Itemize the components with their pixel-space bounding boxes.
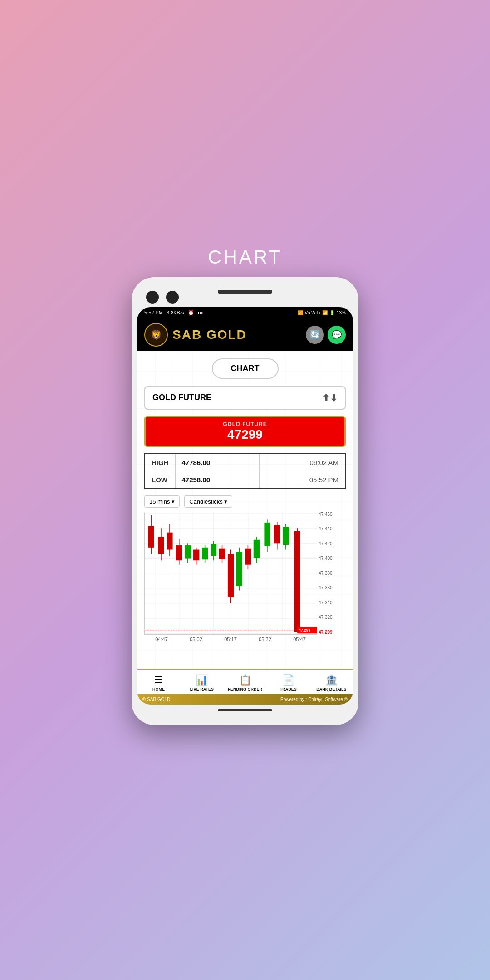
wifi-bars: 📶 (322, 310, 328, 315)
svg-rect-34 (236, 552, 242, 586)
y-label-2: 47,440 (318, 527, 346, 531)
nav-label-trades: TRADES (280, 687, 297, 691)
instrument-dropdown[interactable]: GOLD FUTURE ⬆⬇ (144, 386, 346, 410)
home-indicator (218, 709, 272, 711)
nav-item-home[interactable]: ☰ HOME (137, 674, 180, 691)
svg-rect-24 (193, 549, 199, 560)
svg-rect-46 (294, 531, 300, 632)
low-value: 47258.00 (175, 471, 259, 489)
bottom-nav: ☰ HOME 📊 LIVE RATES 📋 PENDING ORDER 📄 TR… (137, 669, 353, 694)
svg-rect-22 (185, 545, 191, 558)
alarm-icon: ⏰ (188, 310, 194, 316)
chart-controls: 15 mins ▾ Candlesticks ▾ (144, 495, 346, 508)
home-icon: ☰ (154, 674, 163, 686)
nav-item-trades[interactable]: 📄 TRADES (267, 674, 310, 691)
page-title: CHART (208, 246, 282, 268)
dropdown-label: GOLD FUTURE (152, 393, 211, 402)
timeframe-selector[interactable]: 15 mins ▾ (144, 495, 180, 508)
low-row: LOW 47258.00 05:52 PM (145, 471, 345, 489)
low-time: 05:52 PM (259, 471, 345, 489)
status-time: 5:52 PM (144, 310, 163, 315)
footer-right: Powered by : Chirayu Software ® (280, 697, 348, 702)
price-banner: GOLD FUTURE 47299 (144, 416, 346, 447)
x-label-1: 04:47 (155, 637, 168, 642)
status-right: 📶 Vo WiFi 📶 🔋 13% (298, 310, 346, 315)
svg-rect-20 (176, 545, 182, 560)
svg-rect-36 (245, 548, 251, 564)
svg-rect-38 (254, 539, 260, 558)
phone-cameras (137, 286, 353, 307)
chart-svg: 47,299 (145, 512, 317, 634)
y-label-5: 47,380 (318, 571, 346, 576)
svg-text:47,299: 47,299 (299, 627, 310, 632)
bank-details-icon: 🏦 (325, 674, 338, 686)
nav-label-live-rates: LIVE RATES (190, 687, 214, 691)
app-logo-area: 🦁 SAB GOLD (144, 323, 247, 347)
camera-right (166, 291, 179, 304)
nav-item-bank-details[interactable]: 🏦 BANK DETAILS (310, 674, 353, 691)
y-axis: 47,460 47,440 47,420 47,400 47,380 47,36… (317, 512, 346, 635)
svg-rect-44 (283, 527, 289, 545)
high-label: HIGH (145, 454, 175, 471)
phone-screen: 5:52 PM 3.8KB/s ⏰ ••• 📶 Vo WiFi 📶 🔋 13% (137, 307, 353, 705)
app-header: 🦁 SAB GOLD 🔄 💬 (137, 318, 353, 351)
pending-order-icon: 📋 (239, 674, 251, 686)
app-name: SAB GOLD (172, 328, 247, 342)
chart-type-selector[interactable]: Candlesticks ▾ (184, 495, 232, 508)
price-table: HIGH 47786.00 09:02 AM LOW 47258.00 05:5… (144, 453, 346, 489)
status-dots: ••• (198, 310, 203, 315)
low-label: LOW (145, 471, 175, 489)
candlestick-chart: 47,299 (144, 512, 317, 635)
status-speed: 3.8KB/s (167, 310, 184, 315)
svg-rect-26 (202, 547, 208, 559)
y-label-7: 47,340 (318, 601, 346, 605)
price-banner-label: GOLD FUTURE (149, 421, 341, 427)
nav-item-live-rates[interactable]: 📊 LIVE RATES (180, 674, 223, 691)
footer-bar: © SAB GOLD Powered by : Chirayu Software… (137, 694, 353, 705)
logo-emoji: 🦁 (151, 329, 162, 340)
nav-label-pending-order: PENDING ORDER (228, 687, 262, 691)
battery-percent: 13% (337, 310, 346, 315)
svg-rect-30 (219, 548, 225, 559)
price-banner-value: 47299 (149, 427, 341, 442)
svg-rect-16 (158, 537, 164, 554)
nav-label-home: HOME (152, 687, 165, 691)
high-value: 47786.00 (175, 454, 259, 471)
page-wrapper: CHART 5:52 PM 3.8KB/s ⏰ ••• 📶 Vo WiFi 📶 (122, 237, 368, 743)
y-label-1: 47,460 (318, 512, 346, 517)
chart-container: 47,299 47,460 47,440 47,420 47,400 47,38… (144, 512, 346, 635)
svg-rect-32 (228, 554, 234, 597)
x-label-5: 05:47 (293, 637, 306, 642)
battery-icon: 🔋 (329, 310, 335, 315)
y-label-3: 47,420 (318, 542, 346, 546)
header-icons: 🔄 💬 (306, 326, 346, 344)
chevron-up-down-icon: ⬆⬇ (322, 392, 338, 403)
trades-icon: 📄 (282, 674, 294, 686)
status-bar: 5:52 PM 3.8KB/s ⏰ ••• 📶 Vo WiFi 📶 🔋 13% (137, 307, 353, 318)
whatsapp-button[interactable]: 💬 (328, 326, 346, 344)
x-label-4: 05:32 (259, 637, 271, 642)
wifi-icon: Vo WiFi (305, 310, 320, 315)
footer-left: © SAB GOLD (142, 697, 170, 702)
svg-rect-18 (167, 532, 172, 549)
svg-rect-14 (148, 526, 154, 547)
x-label-2: 05:02 (190, 637, 202, 642)
timeframe-label: 15 mins ▾ (149, 498, 175, 505)
signal-icon: 📶 (298, 310, 303, 315)
phone-speaker (218, 290, 272, 294)
y-label-8: 47,320 (318, 615, 346, 620)
refresh-icon: 🔄 (310, 330, 320, 340)
camera-left (146, 291, 159, 304)
app-logo: 🦁 (144, 323, 168, 347)
y-label-4: 47,400 (318, 556, 346, 561)
svg-rect-40 (264, 522, 270, 546)
high-row: HIGH 47786.00 09:02 AM (145, 454, 345, 471)
y-label-6: 47,360 (318, 586, 346, 590)
status-left: 5:52 PM 3.8KB/s ⏰ ••• (144, 310, 203, 316)
refresh-button[interactable]: 🔄 (306, 326, 324, 344)
high-time: 09:02 AM (259, 454, 345, 471)
svg-rect-28 (211, 544, 216, 556)
chart-button[interactable]: CHART (212, 358, 279, 379)
nav-item-pending-order[interactable]: 📋 PENDING ORDER (223, 674, 266, 691)
x-axis: 04:47 05:02 05:17 05:32 05:47 (144, 635, 317, 642)
